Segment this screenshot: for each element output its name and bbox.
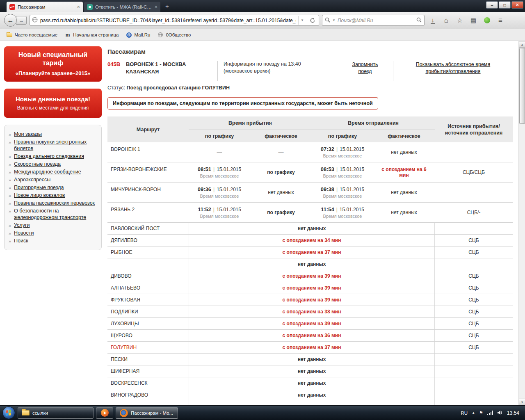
url-text[interactable]: pass.rzd.ru/tablo/public/ru?STRUCTURE_ID… [40,18,296,23]
url-dropdown-icon[interactable]: ▼ [298,16,306,25]
show-hidden-icons-icon[interactable]: ▲ [472,411,475,415]
scrollbar-thumb[interactable] [519,48,525,124]
source-cell: СЦБ/- [435,203,513,222]
sidebar-nav-link[interactable]: Новое лицо вокзалов [14,192,65,198]
table-row: ВИНОГРАДОВОнет данных [107,389,513,401]
sidebar-nav-link[interactable]: Поиск [14,238,28,244]
source-cell [435,389,513,401]
moscow-time-note: Время московское [323,173,362,178]
absolute-time-link[interactable]: Показывать абсолютное время прибытия/отп… [410,61,496,75]
tariff-banner[interactable]: Новый специальный тариф «Планируйте зара… [4,46,102,82]
volume-icon[interactable] [497,409,503,417]
sidebar-nav-item[interactable]: »Правила пассажирских перевозок [9,200,98,206]
bookmarks-panel-icon[interactable]: ▤ [468,15,479,26]
sidebar-nav-item[interactable]: »Правила покупки электронных билетов [9,139,98,152]
row-message: с опозданием на 39 мин [189,282,435,294]
maximize-button[interactable]: □ [499,1,511,9]
action-center-flag-icon[interactable]: ⚑ [479,411,483,415]
search-bar[interactable]: ▼ Поиск@Mail.Ru [322,15,425,26]
table-row: ШИФЕРНАЯнет данных [107,365,513,377]
sidebar-nav-item[interactable]: »Услуги [9,222,98,228]
back-button[interactable]: ← [4,14,17,27]
source-cell [435,183,513,202]
forward-button[interactable]: → [16,16,27,25]
sidebar-nav-item[interactable]: »Новости [9,230,98,236]
minimize-button[interactable]: – [486,1,498,9]
search-engine-dropdown-icon[interactable]: ▼ [332,18,336,22]
bookmark-star-icon[interactable]: ☆ [454,15,465,26]
sidebar-nav-link[interactable]: Новости [14,230,34,236]
source-cell [435,223,513,234]
taskbar-button-firefox[interactable]: Пассажирам - Mo... [116,407,178,419]
language-indicator[interactable]: RU [461,411,468,415]
browser-tab[interactable]: Пассажирам× [7,2,83,12]
table-row: ПЕСКИнет данных [107,354,513,365]
sidebar-nav-item[interactable]: »Международное сообщение [9,169,98,175]
network-icon[interactable] [487,409,493,417]
taskbar-button-folder[interactable]: ссылки [18,407,94,419]
bookmark-item[interactable]: Часто посещаемые [3,31,61,39]
browser-tab[interactable]: Ответить - МЖА (Rail-Club....× [84,2,160,12]
sidebar-nav: »Мои заказы»Правила покупки электронных … [4,125,102,250]
new-tab-button[interactable]: + [162,2,173,10]
sidebar-nav-item[interactable]: »Скоростные поезда [9,161,98,167]
scroll-down-arrow-icon[interactable]: ▼ [519,399,525,405]
sidebar-nav-item[interactable]: »Мои заказы [9,131,98,137]
row-message: с опозданием на 39 мин [189,294,435,306]
moscow-time-note: Время московское [323,214,362,219]
source-cell: СЦБ/СЦБ [435,162,513,182]
remember-train-link[interactable]: Запомнить поезд [347,61,383,75]
status-cell: нет данных [373,142,435,162]
tab-close-icon[interactable]: × [154,4,158,9]
sidebar-nav-link[interactable]: Мои заказы [14,131,42,137]
source-cell: СЦБ [435,306,513,317]
sidebar-nav-item[interactable]: »Пригородные поезда [9,184,98,191]
search-go-icon[interactable] [416,17,422,24]
column-header-arrival: Время прибытия [189,116,312,130]
menu-icon[interactable]: ≡ [495,15,506,26]
sidebar-nav-link[interactable]: Правила покупки электронных билетов [14,139,87,151]
sidebar-nav-link[interactable]: Поезда дальнего следования [14,153,84,159]
time-cell: 07:32|15.01.2015Время московское [312,142,373,162]
start-button[interactable] [2,406,15,419]
url-bar[interactable]: pass.rzd.ru/tablo/public/ru?STRUCTURE_ID… [30,15,319,26]
home-icon[interactable]: ⌂ [441,15,452,26]
tab-close-icon[interactable]: × [77,4,80,9]
reload-icon[interactable] [308,18,317,23]
bookmark-item[interactable]: @Mail.Ru [123,31,153,39]
day-trains-banner[interactable]: Новые дневные поезда! Вагоны с местами д… [4,89,102,118]
folder-icon [22,410,30,415]
sidebar-nav-link[interactable]: Аэроэкспрессы [14,177,50,183]
train-number: 045В [107,61,120,81]
taskbar-button-media[interactable] [96,407,113,419]
bookmark-item[interactable]: 0Общество [154,31,194,39]
bookmark-item[interactable]: mНачальная страница [62,31,122,39]
sidebar-nav-link[interactable]: О безопасности на железнодорожном трансп… [14,208,86,220]
sidebar-nav-item[interactable]: »Аэроэкспрессы [9,176,98,183]
search-input[interactable]: Поиск@Mail.Ru [338,18,414,23]
tab-title: Пассажирам [18,5,74,9]
sidebar-nav-link[interactable]: Пригородные поезда [14,185,64,190]
close-button[interactable]: × [511,1,523,9]
sidebar-nav-link[interactable]: Правила пассажирских перевозок [14,200,95,206]
sidebar-nav-item[interactable]: »О безопасности на железнодорожном транс… [9,208,98,221]
status-cell: нет данных [250,183,312,202]
timetable: Маршрут Время прибытия Время отправления… [107,116,513,405]
sidebar-nav-link[interactable]: Международное сообщение [14,169,81,175]
search-engine-icon[interactable] [325,17,330,24]
sidebar-nav-link[interactable]: Услуги [14,222,30,228]
sidebar-nav-item[interactable]: »Поезда дальнего следования [9,153,98,160]
mailru-agent-icon[interactable] [482,15,492,26]
scroll-up-arrow-icon[interactable]: ▲ [519,41,525,48]
table-row: РЯЗАНЬ 211:52|15.01.2015Время московское… [107,203,513,223]
row-message: с опозданием на 36 мин [189,330,435,341]
scrollbar[interactable]: ▲ ▼ [518,41,525,405]
chevron-marker-icon: » [9,169,11,176]
train-route-cell: 045В ВОРОНЕЖ 1 - МОСКВА КАЗАНСКАЯ [107,61,217,81]
taskbar-clock[interactable]: 13:54 [507,410,519,416]
sidebar-nav-link[interactable]: Скоростные поезда [14,161,61,167]
sidebar-nav-item[interactable]: »Поиск [9,237,98,244]
site-globe-icon [32,17,38,24]
sidebar-nav-item[interactable]: »Новое лицо вокзалов [9,192,98,199]
downloads-icon[interactable]: ↓ [427,15,438,26]
